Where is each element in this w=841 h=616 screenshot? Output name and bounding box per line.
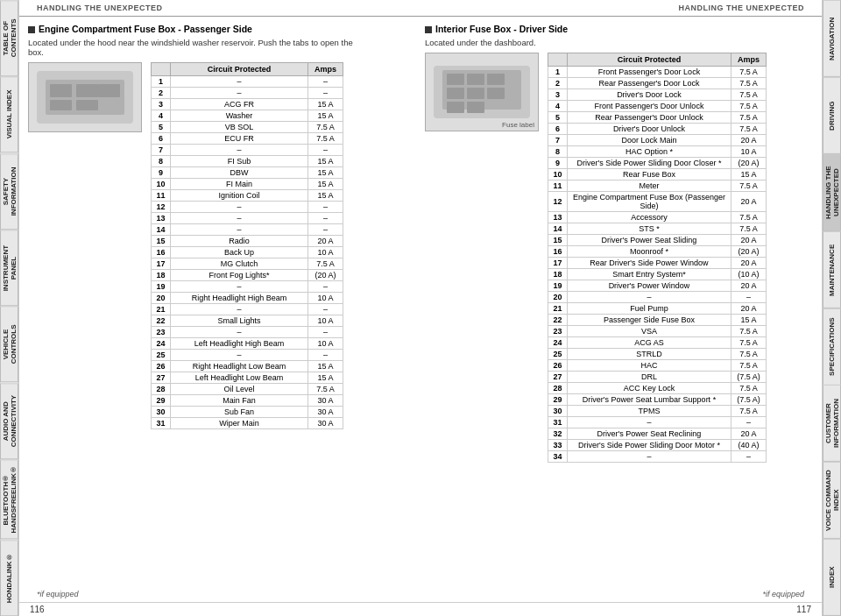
- sidebar-tab-driving[interactable]: DRIVING: [823, 77, 841, 154]
- table-row: 8HAC Option *10 A: [548, 146, 767, 158]
- section-square-right: [425, 26, 432, 33]
- table-row: 5Rear Passenger's Door Unlock7.5 A: [548, 112, 767, 124]
- table-row: 23––: [152, 327, 343, 338]
- table-row: 19––: [152, 281, 343, 293]
- svg-rect-4: [98, 84, 120, 97]
- sidebar-tab-customer[interactable]: CUSTOMER INFORMATION: [823, 385, 841, 462]
- table-row: 2Rear Passenger's Door Lock7.5 A: [548, 78, 767, 89]
- table-row: 22Small Lights10 A: [152, 315, 343, 327]
- table-row: 25STRLD7.5 A: [548, 349, 767, 360]
- table-row: 16Moonroof *(20 A): [548, 246, 767, 258]
- table-row: 30Sub Fan30 A: [152, 407, 343, 418]
- left-fuse-table: Circuit Protected Amps 1––2––3ACG FR15 A…: [151, 62, 343, 429]
- table-row: 20Right Headlight High Beam10 A: [152, 293, 343, 304]
- svg-rect-10: [467, 74, 484, 85]
- section-square-left: [28, 26, 35, 33]
- sidebar-tab-handling[interactable]: HANDLING THE UNEXPECTED: [823, 154, 841, 231]
- table-row: 32Driver's Power Seat Reclining20 A: [548, 428, 767, 440]
- svg-rect-11: [487, 74, 505, 85]
- table-row: 26Right Headlight Low Beam15 A: [152, 361, 343, 372]
- right-fuse-image: Fuse label: [425, 53, 539, 131]
- right-image-row: Fuse label Circuit Protected Amps 1Front…: [425, 53, 813, 463]
- table-row: 12––: [152, 202, 343, 213]
- sidebar-tab-specifications[interactable]: SPECIFICATIONS: [823, 308, 841, 386]
- rcol-circuit-header: Circuit Protected: [568, 53, 731, 67]
- sidebar-tab-vehicle[interactable]: VEHICLE CONTROLS: [0, 306, 18, 382]
- table-row: 1Front Passenger's Door Lock7.5 A: [548, 67, 767, 78]
- sidebar-tab-navigation[interactable]: NAVIGATION: [823, 0, 841, 77]
- table-row: 8FI Sub15 A: [152, 156, 343, 167]
- col-number-header: [152, 63, 171, 76]
- svg-rect-14: [487, 88, 505, 99]
- footer-row: *if equipped *if equipped: [19, 588, 822, 602]
- table-row: 21––: [152, 304, 343, 315]
- page-numbers: 116 117: [19, 602, 822, 616]
- table-row: 24ACG AS7.5 A: [548, 337, 767, 349]
- table-row: 7Door Lock Main20 A: [548, 135, 767, 146]
- table-row: 22Passenger Side Fuse Box15 A: [548, 315, 767, 326]
- sidebar-tab-safety[interactable]: SAFETY INFORMATION: [0, 153, 18, 230]
- svg-rect-12: [447, 88, 464, 99]
- table-row: 28ACC Key Lock7.5 A: [548, 383, 767, 394]
- svg-rect-16: [467, 102, 484, 113]
- page-number-right: 117: [796, 605, 811, 614]
- sidebar-tab-voice[interactable]: VOICE COMMAND INDEX: [823, 462, 841, 539]
- table-row: 17MG Clutch7.5 A: [152, 258, 343, 270]
- page-number-left: 116: [30, 605, 45, 614]
- sidebar-tab-audio[interactable]: AUDIO AND CONNECTIVITY: [0, 383, 18, 459]
- left-column: Engine Compartment Fuse Box - Passenger …: [28, 24, 416, 584]
- sidebar-tab-visual[interactable]: VISUAL INDEX: [0, 76, 18, 152]
- table-row: 2––: [152, 88, 343, 99]
- table-row: 11Ignition Coil15 A: [152, 190, 343, 202]
- sidebar-tab-maintenance[interactable]: MAINTENANCE: [823, 231, 841, 308]
- table-row: 14STS *7.5 A: [548, 223, 767, 235]
- sidebar-tab-hondalink[interactable]: HONDALINK®: [0, 540, 18, 616]
- table-row: 17Rear Driver's Side Power Window20 A: [548, 258, 767, 269]
- table-row: 34––: [548, 451, 767, 463]
- col-circuit-header: Circuit Protected: [171, 63, 308, 76]
- left-sidebar: TABLE OF CONTENTS VISUAL INDEX SAFETY IN…: [0, 0, 19, 616]
- table-row: 26HAC7.5 A: [548, 360, 767, 372]
- table-row: 19Driver's Power Window20 A: [548, 280, 767, 292]
- table-row: 4Washer15 A: [152, 110, 343, 122]
- left-section-subtitle: Located under the hood near the windshie…: [28, 38, 361, 57]
- right-section-subtitle: Located under the dashboard.: [425, 38, 758, 47]
- table-row: 20––: [548, 292, 767, 303]
- table-row: 4Front Passenger's Door Unlock7.5 A: [548, 101, 767, 112]
- right-column: Interior Fuse Box - Driver Side Located …: [425, 24, 813, 584]
- table-row: 1––: [152, 76, 343, 88]
- table-row: 13Accessory7.5 A: [548, 212, 767, 223]
- table-row: 27DRL(7.5 A): [548, 372, 767, 383]
- right-fuse-table: Circuit Protected Amps 1Front Passenger'…: [548, 53, 767, 463]
- svg-rect-13: [467, 88, 484, 99]
- table-row: 29Main Fan30 A: [152, 395, 343, 407]
- footer-note-right: *if equipped: [753, 588, 813, 600]
- sidebar-tab-index[interactable]: INDEX: [823, 539, 841, 616]
- sidebar-tab-bluetooth[interactable]: BLUETOOTH® HANDSFREELINK®: [0, 459, 18, 539]
- table-row: 18Smart Entry System*(10 A): [548, 269, 767, 280]
- footer-note-left: *if equipped: [28, 588, 88, 600]
- svg-rect-9: [447, 74, 464, 85]
- table-row: 3ACG FR15 A: [152, 99, 343, 110]
- table-row: 16Back Up10 A: [152, 247, 343, 258]
- table-row: 15Driver's Power Seat Sliding20 A: [548, 235, 767, 246]
- header-left: HANDLING THE UNEXPECTED: [37, 4, 163, 12]
- table-row: 6Driver's Door Unlock7.5 A: [548, 124, 767, 135]
- main-content: HANDLING THE UNEXPECTED HANDLING THE UNE…: [19, 0, 822, 616]
- table-row: 9DBW15 A: [152, 167, 343, 179]
- table-row: 10Rear Fuse Box15 A: [548, 169, 767, 181]
- table-row: 25––: [152, 350, 343, 361]
- table-row: 24Left Headlight High Beam10 A: [152, 338, 343, 350]
- svg-rect-3: [76, 84, 98, 97]
- table-row: 5VB SOL7.5 A: [152, 122, 343, 133]
- table-row: 31Wiper Main30 A: [152, 418, 343, 429]
- left-fuse-image: [28, 62, 142, 132]
- sidebar-tab-toc[interactable]: TABLE OF CONTENTS: [0, 0, 18, 76]
- svg-rect-6: [76, 100, 98, 110]
- table-row: 15Radio20 A: [152, 236, 343, 247]
- rcol-amps-header: Amps: [731, 53, 767, 67]
- table-row: 23VSA7.5 A: [548, 326, 767, 337]
- sidebar-tab-instrument[interactable]: INSTRUMENT PANEL: [0, 230, 18, 306]
- right-section-title: Interior Fuse Box - Driver Side: [425, 24, 813, 34]
- svg-rect-15: [447, 102, 464, 113]
